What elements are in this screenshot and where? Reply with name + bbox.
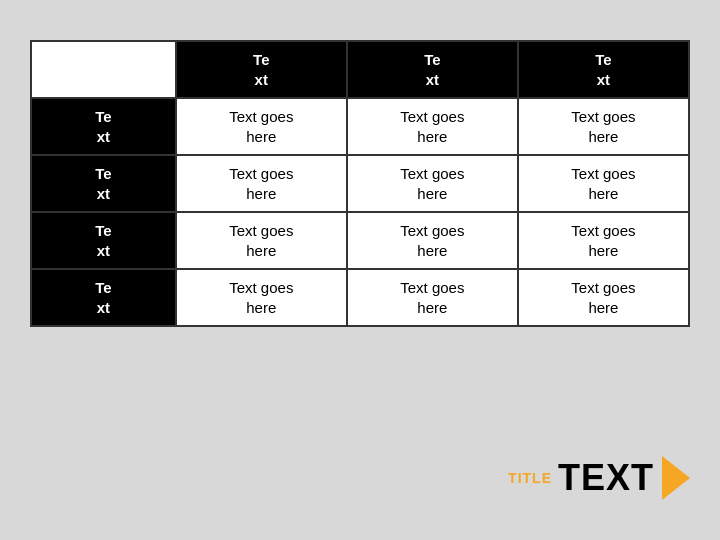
header-empty-cell — [31, 41, 176, 98]
header-row: Text Text Text — [31, 41, 689, 98]
cell-2-1: Text goeshere — [176, 155, 347, 212]
row-header-1: Text — [31, 98, 176, 155]
cell-4-1: Text goeshere — [176, 269, 347, 326]
row-header-4: Text — [31, 269, 176, 326]
row-header-2: Text — [31, 155, 176, 212]
cell-4-2: Text goeshere — [347, 269, 518, 326]
cell-1-3: Text goeshere — [518, 98, 689, 155]
header-col-3: Text — [518, 41, 689, 98]
cell-3-1: Text goeshere — [176, 212, 347, 269]
slide-container: Text Text Text Text Text goeshere Text g… — [30, 40, 690, 500]
header-col-2: Text — [347, 41, 518, 98]
main-table: Text Text Text Text Text goeshere Text g… — [30, 40, 690, 327]
title-text: TEXT — [558, 457, 654, 499]
table-row: Text Text goeshere Text goeshere Text go… — [31, 155, 689, 212]
cell-2-2: Text goeshere — [347, 155, 518, 212]
title-label: TITLE — [508, 470, 552, 486]
header-col-1: Text — [176, 41, 347, 98]
row-header-3: Text — [31, 212, 176, 269]
table-wrapper: Text Text Text Text Text goeshere Text g… — [30, 40, 690, 446]
cell-2-3: Text goeshere — [518, 155, 689, 212]
cell-1-2: Text goeshere — [347, 98, 518, 155]
cell-3-2: Text goeshere — [347, 212, 518, 269]
cell-4-3: Text goeshere — [518, 269, 689, 326]
cell-3-3: Text goeshere — [518, 212, 689, 269]
arrow-icon — [662, 456, 690, 500]
table-body: Text Text goeshere Text goeshere Text go… — [31, 98, 689, 326]
cell-1-1: Text goeshere — [176, 98, 347, 155]
table-row: Text Text goeshere Text goeshere Text go… — [31, 269, 689, 326]
footer-bar: TITLE TEXT — [30, 446, 690, 500]
table-row: Text Text goeshere Text goeshere Text go… — [31, 212, 689, 269]
table-row: Text Text goeshere Text goeshere Text go… — [31, 98, 689, 155]
